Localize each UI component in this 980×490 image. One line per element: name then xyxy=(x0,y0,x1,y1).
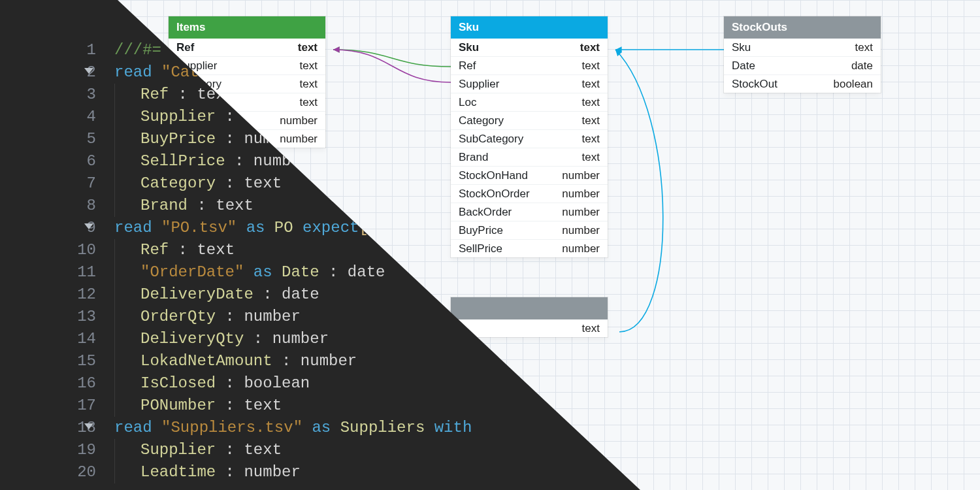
line-number: 8 xyxy=(0,195,96,217)
line-number: 16 xyxy=(0,372,96,395)
field-name: SellPrice xyxy=(459,242,502,255)
table-row[interactable]: SellPricenumber xyxy=(451,239,608,257)
line-number: 18 xyxy=(0,417,96,439)
line-number: 17 xyxy=(0,395,96,417)
field-type: number xyxy=(562,224,600,237)
table-row[interactable]: StockOnOrdernumber xyxy=(451,184,608,203)
field-type: number xyxy=(562,242,600,255)
table-row[interactable]: Brandtext xyxy=(451,148,608,166)
fold-toggle-icon[interactable] xyxy=(84,423,93,429)
table-row[interactable]: StockOnHandnumber xyxy=(451,166,608,184)
line-number: 6 xyxy=(0,150,96,172)
field-name: Sku xyxy=(732,41,751,54)
field-name: Date xyxy=(732,59,755,73)
field-type: text xyxy=(582,96,600,109)
table-row[interactable]: StockOutboolean xyxy=(724,74,881,93)
field-type: text xyxy=(300,96,318,109)
table-header[interactable]: Sku xyxy=(451,16,608,39)
table-header[interactable] xyxy=(451,297,608,319)
fold-toggle-icon[interactable] xyxy=(84,68,93,74)
table-row[interactable]: Skutext xyxy=(451,39,608,56)
field-type: number xyxy=(562,169,600,182)
table-row[interactable]: Skutext xyxy=(724,39,881,56)
field-type: number xyxy=(562,188,600,201)
line-number: 7 xyxy=(0,172,96,195)
field-type: text xyxy=(582,78,600,91)
field-name: Supplier xyxy=(459,78,499,91)
table-header[interactable]: StockOuts xyxy=(724,16,881,39)
fold-toggle-icon[interactable] xyxy=(84,223,93,229)
line-number: 11 xyxy=(0,261,96,284)
field-type: text xyxy=(300,78,318,91)
line-number: 5 xyxy=(0,128,96,150)
line-number: 1 xyxy=(0,39,96,61)
table-row[interactable]: Suppliertext xyxy=(451,74,608,93)
field-name: BackOrder xyxy=(459,206,512,219)
field-type: date xyxy=(851,59,873,73)
field-name: BuyPrice xyxy=(459,224,503,237)
table-row[interactable]: BackOrdernumber xyxy=(451,203,608,221)
field-type: text xyxy=(582,151,600,164)
field-type: text xyxy=(582,133,600,146)
table-header[interactable]: Items xyxy=(169,16,325,39)
line-number: 4 xyxy=(0,106,96,128)
table-row[interactable]: Categorytext xyxy=(451,111,608,129)
line-number: 12 xyxy=(0,284,96,306)
field-type: number xyxy=(280,133,318,146)
field-type: text xyxy=(582,114,600,127)
field-name: Brand xyxy=(459,151,488,164)
line-number: 2 xyxy=(0,61,96,84)
field-type: boolean xyxy=(833,78,873,91)
field-type: text xyxy=(582,59,600,73)
field-name: StockOut xyxy=(732,78,777,91)
line-number: 19 xyxy=(0,439,96,461)
field-name: StockOnHand xyxy=(459,169,528,182)
field-name: Sku xyxy=(459,41,479,54)
field-name: SubCategory xyxy=(459,133,523,146)
field-name: Loc xyxy=(459,96,476,109)
field-name: Category xyxy=(459,114,504,127)
table-row[interactable]: Reftext xyxy=(169,39,325,56)
line-number: 9 xyxy=(0,217,96,239)
field-type: number xyxy=(562,206,600,219)
table-row[interactable]: Loctext xyxy=(451,93,608,111)
schema-table-stockouts[interactable]: StockOutsSkutextDatedateStockOutboolean xyxy=(724,16,881,93)
field-name: Ref xyxy=(459,59,476,73)
field-type: text xyxy=(580,41,600,54)
field-type: text xyxy=(855,41,873,54)
line-number: 20 xyxy=(0,461,96,483)
line-number: 14 xyxy=(0,328,96,350)
field-type: text xyxy=(300,59,318,73)
line-number: 13 xyxy=(0,306,96,328)
field-name: StockOnOrder xyxy=(459,188,530,201)
schema-table-partial[interactable]: text xyxy=(451,297,608,337)
field-name: Ref xyxy=(176,41,194,54)
table-row[interactable]: Datedate xyxy=(724,56,881,74)
line-number: 15 xyxy=(0,350,96,372)
table-row[interactable]: BuyPricenumber xyxy=(451,221,608,239)
table-row[interactable]: Reftext xyxy=(451,56,608,74)
table-row[interactable]: SubCategorytext xyxy=(451,129,608,148)
field-type: text xyxy=(298,41,318,54)
line-number: 3 xyxy=(0,84,96,106)
field-type: number xyxy=(280,114,318,127)
line-number: 10 xyxy=(0,239,96,261)
schema-table-sku[interactable]: SkuSkutextReftextSuppliertextLoctextCate… xyxy=(451,16,608,257)
